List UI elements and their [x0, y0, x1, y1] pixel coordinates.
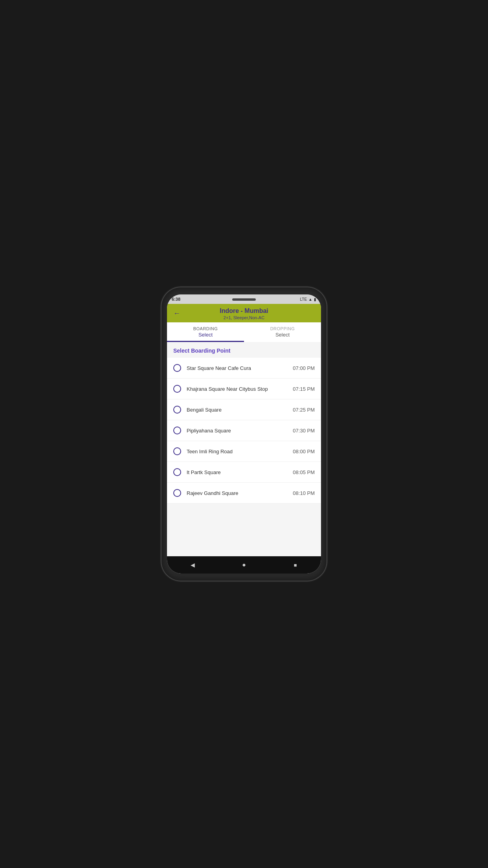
stop-time: 07:00 PM: [293, 365, 315, 371]
nav-bar: [167, 556, 321, 574]
stop-time: 07:15 PM: [293, 386, 315, 392]
stop-name: Khajrana Square Near Citybus Stop: [187, 386, 293, 392]
header-title-block: Indore - Mumbai 2+1, Sleeper,Non-AC: [167, 307, 321, 320]
stop-time: 08:00 PM: [293, 449, 315, 454]
stop-item[interactable]: Khajrana Square Near Citybus Stop07:15 P…: [167, 379, 321, 399]
stop-name: Pipliyahana Square: [187, 428, 293, 434]
stop-name: It Partk Square: [187, 469, 293, 475]
back-button[interactable]: ←: [173, 309, 180, 318]
stop-time: 07:30 PM: [293, 428, 315, 434]
radio-button[interactable]: [173, 364, 181, 372]
stop-time: 08:05 PM: [293, 469, 315, 475]
header-route: Indore - Mumbai: [167, 307, 321, 314]
stop-list: Star Square Near Cafe Cura07:00 PMKhajra…: [167, 358, 321, 504]
stop-name: Bengali Square: [187, 407, 293, 413]
stop-time: 07:25 PM: [293, 407, 315, 413]
radio-button[interactable]: [173, 406, 181, 414]
stop-item[interactable]: Pipliyahana Square07:30 PM: [167, 420, 321, 441]
stop-item[interactable]: It Partk Square08:05 PM: [167, 462, 321, 483]
header-details: 2+1, Sleeper,Non-AC: [167, 315, 321, 320]
radio-button[interactable]: [173, 385, 181, 393]
stop-name: Rajeev Gandhi Square: [187, 490, 293, 496]
phone-frame: 6:38 LTE ▲ ▮ ← Indore - Mumbai 2+1, Slee…: [161, 287, 327, 581]
status-icons: LTE ▲ ▮: [300, 297, 316, 302]
radio-button[interactable]: [173, 427, 181, 434]
signal-icon: ▲: [308, 297, 312, 302]
tab-boarding-value: Select: [167, 332, 244, 338]
stop-item[interactable]: Rajeev Gandhi Square08:10 PM: [167, 483, 321, 504]
radio-button[interactable]: [173, 468, 181, 476]
tab-dropping[interactable]: DROPPING Select: [244, 322, 321, 342]
stop-item[interactable]: Star Square Near Cafe Cura07:00 PM: [167, 358, 321, 379]
radio-button[interactable]: [173, 489, 181, 497]
section-title: Select Boarding Point: [167, 342, 321, 358]
tabs-container: BOARDING Select DROPPING Select: [167, 322, 321, 342]
radio-button[interactable]: [173, 447, 181, 455]
back-nav-button[interactable]: [187, 559, 198, 571]
battery-icon: ▮: [314, 297, 316, 302]
recents-nav-button[interactable]: [290, 559, 301, 571]
app-header: ← Indore - Mumbai 2+1, Sleeper,Non-AC: [167, 304, 321, 322]
lte-icon: LTE: [300, 297, 307, 302]
tab-dropping-value: Select: [244, 332, 321, 338]
tab-boarding-label: BOARDING: [167, 326, 244, 331]
stop-name: Star Square Near Cafe Cura: [187, 365, 293, 371]
tab-boarding[interactable]: BOARDING Select: [167, 322, 244, 342]
status-bar: 6:38 LTE ▲ ▮: [167, 294, 321, 304]
tab-dropping-label: DROPPING: [244, 326, 321, 331]
status-time: 6:38: [172, 297, 180, 302]
stop-item[interactable]: Teen Imli Ring Road08:00 PM: [167, 441, 321, 462]
content-area: Select Boarding Point Star Square Near C…: [167, 342, 321, 556]
stop-name: Teen Imli Ring Road: [187, 449, 293, 454]
stop-time: 08:10 PM: [293, 490, 315, 496]
phone-screen: 6:38 LTE ▲ ▮ ← Indore - Mumbai 2+1, Slee…: [167, 294, 321, 574]
stop-item[interactable]: Bengali Square07:25 PM: [167, 399, 321, 420]
home-nav-button[interactable]: [238, 559, 250, 571]
